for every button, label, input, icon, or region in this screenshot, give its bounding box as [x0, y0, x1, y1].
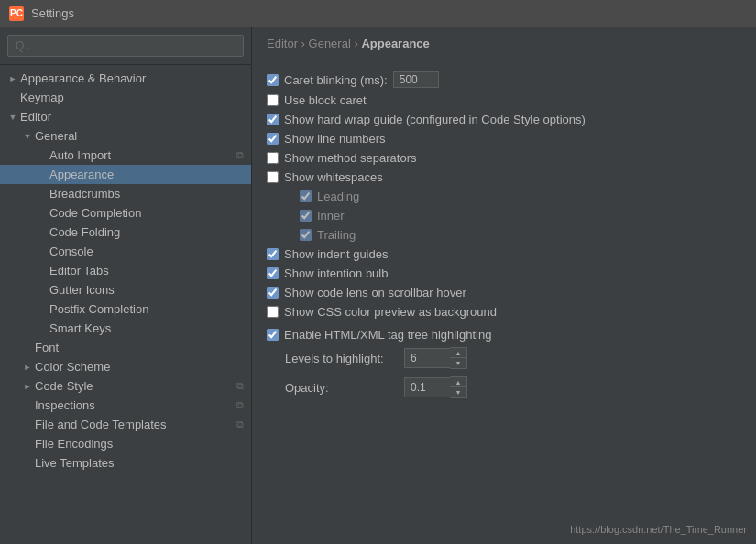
sidebar-item-color-scheme[interactable]: Color Scheme [0, 357, 251, 376]
copy-icon: ⧉ [236, 380, 244, 392]
sidebar-label: Breadcrumbs [49, 187, 120, 201]
arrow-icon [37, 285, 48, 296]
show-css-color-checkbox[interactable] [267, 306, 279, 318]
caret-blinking-input[interactable] [393, 71, 439, 88]
sidebar-label: Editor [20, 110, 51, 124]
trailing-row: Trailing [300, 228, 741, 242]
sidebar-label: Gutter Icons [49, 283, 115, 297]
sidebar-item-postfix-completion[interactable]: Postfix Completion [0, 299, 251, 319]
sidebar-item-appearance-behavior[interactable]: Appearance & Behavior [0, 69, 251, 88]
opacity-input[interactable] [404, 377, 450, 397]
sidebar-item-keymap[interactable]: Keymap [0, 88, 251, 107]
arrow-icon [37, 189, 48, 200]
sidebar-item-auto-import[interactable]: Auto Import ⧉ [0, 146, 251, 165]
show-hard-wrap-checkbox[interactable] [267, 114, 279, 125]
app-icon: PC [9, 6, 24, 21]
levels-spinner: ▲ ▼ [404, 347, 467, 369]
enable-html-xml-checkbox[interactable] [267, 329, 279, 341]
opacity-spinner: ▲ ▼ [404, 376, 467, 398]
arrow-icon [37, 208, 48, 219]
sidebar-label: Console [49, 245, 93, 258]
levels-highlight-label: Levels to highlight: [285, 352, 395, 365]
arrow-icon [22, 400, 33, 411]
enable-html-xml-row: Enable HTML/XML tag tree highlighting [267, 328, 741, 342]
levels-up-button[interactable]: ▲ [450, 348, 466, 358]
show-intention-bulb-checkbox[interactable] [267, 267, 279, 279]
sidebar-item-code-folding[interactable]: Code Folding [0, 223, 251, 242]
show-css-color-row: Show CSS color preview as background [267, 305, 741, 319]
arrow-icon [37, 150, 48, 161]
leading-label: Leading [317, 190, 359, 203]
sidebar-label: Appearance [49, 168, 114, 181]
show-intention-bulb-row: Show intention bulb [267, 267, 741, 280]
opacity-down-button[interactable]: ▼ [450, 387, 466, 397]
sidebar-label: File Encodings [35, 437, 113, 451]
sidebar-item-font[interactable]: Font [0, 338, 251, 357]
use-block-caret-checkbox[interactable] [267, 94, 279, 106]
use-block-caret-label: Use block caret [284, 93, 367, 107]
settings-tree: Appearance & Behavior Keymap Editor Gene… [0, 65, 251, 544]
caret-blinking-checkbox[interactable] [267, 74, 279, 86]
arrow-icon [37, 227, 48, 238]
show-indent-guides-row: Show indent guides [267, 247, 741, 261]
leading-checkbox[interactable] [300, 190, 312, 202]
sidebar-label: Postfix Completion [49, 302, 148, 316]
inner-row: Inner [300, 209, 741, 223]
show-method-sep-checkbox[interactable] [267, 152, 279, 164]
sidebar-item-gutter-icons[interactable]: Gutter Icons [0, 280, 251, 299]
show-css-color-label: Show CSS color preview as background [284, 305, 497, 319]
show-code-lens-label: Show code lens on scrollbar hover [284, 286, 466, 299]
sidebar-item-code-completion[interactable]: Code Completion [0, 203, 251, 223]
sidebar-item-general[interactable]: General [0, 126, 251, 146]
show-line-numbers-row: Show line numbers [267, 132, 741, 146]
sidebar-item-file-encodings[interactable]: File Encodings [0, 434, 251, 453]
opacity-row: Opacity: ▲ ▼ [285, 376, 741, 398]
sidebar-item-editor[interactable]: Editor [0, 107, 251, 126]
sidebar: Appearance & Behavior Keymap Editor Gene… [0, 27, 252, 544]
settings-content: Caret blinking (ms): Use block caret Sho… [252, 60, 756, 544]
sidebar-item-smart-keys[interactable]: Smart Keys [0, 319, 251, 338]
levels-down-button[interactable]: ▼ [450, 358, 466, 368]
arrow-icon [37, 266, 48, 277]
title-bar: PC Settings [0, 0, 756, 27]
opacity-label: Opacity: [285, 381, 395, 395]
show-hard-wrap-label: Show hard wrap guide (configured in Code… [284, 113, 586, 126]
show-line-numbers-checkbox[interactable] [267, 133, 279, 145]
inner-checkbox[interactable] [300, 210, 312, 222]
search-input[interactable] [7, 35, 244, 57]
leading-row: Leading [300, 190, 741, 203]
sidebar-label: Font [35, 341, 59, 354]
sidebar-label: Appearance & Behavior [20, 71, 146, 85]
breadcrumb: Editor › General › Appearance [252, 27, 756, 60]
opacity-up-button[interactable]: ▲ [450, 377, 466, 387]
copy-icon: ⧉ [236, 399, 244, 411]
opacity-spinner-buttons: ▲ ▼ [450, 376, 467, 398]
levels-spinner-buttons: ▲ ▼ [450, 347, 467, 369]
sidebar-item-inspections[interactable]: Inspections ⧉ [0, 396, 251, 415]
levels-input[interactable] [404, 348, 450, 368]
caret-blinking-row: Caret blinking (ms): [267, 71, 741, 88]
arrow-icon [7, 92, 18, 103]
sidebar-item-editor-tabs[interactable]: Editor Tabs [0, 261, 251, 280]
show-indent-guides-checkbox[interactable] [267, 248, 279, 260]
sidebar-item-file-code-templates[interactable]: File and Code Templates ⧉ [0, 415, 251, 434]
show-whitespaces-checkbox[interactable] [267, 171, 279, 183]
arrow-icon [37, 169, 48, 180]
arrow-icon [22, 343, 33, 354]
sidebar-item-code-style[interactable]: Code Style ⧉ [0, 376, 251, 396]
watermark: https://blog.csdn.net/The_Time_Runner [570, 524, 747, 535]
arrow-icon [22, 131, 33, 142]
sidebar-item-breadcrumbs[interactable]: Breadcrumbs [0, 184, 251, 203]
copy-icon: ⧉ [236, 419, 244, 430]
sidebar-item-live-templates[interactable]: Live Templates [0, 453, 251, 473]
sidebar-item-appearance[interactable]: Appearance [0, 165, 251, 184]
arrow-icon [7, 73, 18, 84]
sidebar-item-console[interactable]: Console [0, 242, 251, 261]
arrow-icon [22, 362, 33, 373]
trailing-label: Trailing [317, 228, 356, 242]
show-code-lens-checkbox[interactable] [267, 287, 279, 299]
arrow-icon [22, 419, 33, 430]
content-panel: Editor › General › Appearance Caret blin… [252, 27, 756, 544]
trailing-checkbox[interactable] [300, 229, 312, 241]
show-whitespaces-label: Show whitespaces [284, 170, 383, 184]
